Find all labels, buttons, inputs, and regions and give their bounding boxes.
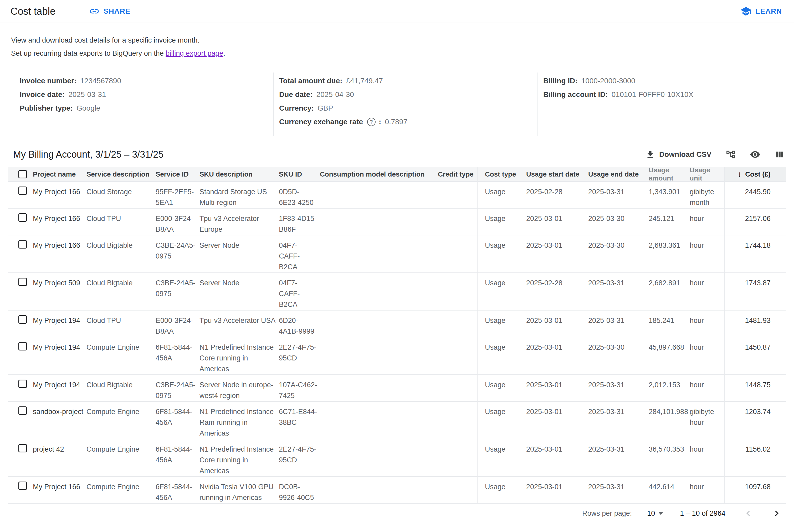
cell-service_id: C3BE-24A5-0975 bbox=[155, 235, 200, 272]
cell-project: My Project 166 bbox=[33, 235, 87, 272]
learn-button[interactable]: LEARN bbox=[740, 5, 782, 17]
cell-consumption bbox=[320, 273, 438, 310]
cell-start: 2025-03-01 bbox=[526, 402, 588, 439]
cell-start: 2025-03-01 bbox=[526, 477, 588, 503]
cell-service: Compute Engine bbox=[87, 337, 155, 374]
column-header-cost[interactable]: ↓Cost (£) bbox=[724, 167, 786, 181]
invoice-field-value: 0.7897 bbox=[385, 118, 407, 126]
cell-cost_type: Usage bbox=[477, 273, 526, 310]
column-settings-icon[interactable] bbox=[775, 150, 784, 159]
row-checkbox[interactable] bbox=[18, 481, 27, 490]
cell-sku_desc: Server Node bbox=[200, 273, 279, 310]
download-csv-button[interactable]: Download CSV bbox=[646, 150, 712, 159]
column-header-service_id[interactable]: Service ID bbox=[155, 167, 200, 181]
cell-credit bbox=[438, 310, 477, 337]
column-header-credit[interactable]: Credit type bbox=[438, 167, 477, 181]
visibility-icon[interactable] bbox=[750, 149, 760, 160]
link-icon bbox=[89, 6, 99, 17]
row-checkbox[interactable] bbox=[18, 406, 27, 415]
select-all-checkbox[interactable] bbox=[18, 170, 27, 178]
cell-credit bbox=[438, 209, 477, 235]
cell-service_id: E000-3F24-B8AA bbox=[155, 310, 200, 337]
column-header-cost_type[interactable]: Cost type bbox=[477, 167, 526, 181]
cell-cost: 1744.18 bbox=[724, 235, 786, 272]
column-header-sku_desc[interactable]: SKU description bbox=[200, 167, 279, 181]
row-select-cell bbox=[8, 182, 33, 208]
row-select-cell bbox=[8, 439, 33, 476]
cell-end: 2025-03-30 bbox=[588, 209, 649, 235]
column-header-unit[interactable]: Usage unit bbox=[690, 167, 724, 181]
cell-unit: hour bbox=[690, 273, 724, 310]
cell-unit: hour bbox=[690, 477, 724, 503]
pagination-range: 1 – 10 of 2964 bbox=[680, 509, 725, 517]
cell-sku_id: 6D20-4A1B-9999 bbox=[279, 310, 320, 337]
cell-cost: 1743.87 bbox=[724, 273, 786, 310]
row-checkbox[interactable] bbox=[18, 444, 27, 452]
cell-end: 2025-03-31 bbox=[588, 477, 649, 503]
cell-consumption bbox=[320, 310, 438, 337]
column-header-start[interactable]: Usage start date bbox=[526, 167, 588, 181]
cell-start: 2025-03-01 bbox=[526, 375, 588, 401]
cell-service: Cloud TPU bbox=[87, 310, 155, 337]
column-header-amount[interactable]: Usage amount bbox=[649, 167, 690, 181]
cell-amount: 185.241 bbox=[649, 310, 690, 337]
rows-per-page-select[interactable]: 10 bbox=[647, 509, 663, 517]
cell-project: project 42 bbox=[33, 439, 87, 476]
previous-page-button[interactable] bbox=[743, 508, 754, 519]
column-header-consumption[interactable]: Consumption model description bbox=[320, 167, 438, 181]
pagination-bar: Rows per page: 10 1 – 10 of 2964 bbox=[8, 504, 786, 523]
cell-sku_desc: Nvidia Tesla V100 GPU running in America… bbox=[200, 477, 279, 503]
cell-unit: hour bbox=[690, 375, 724, 401]
share-button[interactable]: SHARE bbox=[89, 6, 130, 17]
cell-cost_type: Usage bbox=[477, 182, 526, 208]
billing-export-link[interactable]: billing export page bbox=[166, 50, 223, 57]
cell-sku_desc: Tpu-v3 Accelerator USA bbox=[200, 310, 279, 337]
invoice-field: Publisher type:Google bbox=[20, 101, 273, 115]
cell-service: Compute Engine bbox=[87, 439, 155, 476]
cell-sku_desc: N1 Predefined Instance Core running in A… bbox=[200, 337, 279, 374]
column-header-service[interactable]: Service description bbox=[87, 167, 155, 181]
row-checkbox[interactable] bbox=[18, 278, 27, 286]
column-header-end[interactable]: Usage end date bbox=[588, 167, 649, 181]
row-checkbox[interactable] bbox=[18, 240, 27, 249]
rows-per-page-label: Rows per page: bbox=[582, 509, 632, 517]
cell-service_id: 6F81-5844-456A bbox=[155, 477, 200, 503]
cell-end: 2025-03-31 bbox=[588, 439, 649, 476]
row-checkbox[interactable] bbox=[18, 187, 27, 195]
cell-service: Compute Engine bbox=[87, 477, 155, 503]
group-tree-icon[interactable] bbox=[726, 150, 736, 159]
row-select-cell bbox=[8, 477, 33, 503]
cell-unit: hour bbox=[690, 337, 724, 374]
invoice-field-value: Google bbox=[76, 104, 100, 112]
cell-end: 2025-03-30 bbox=[588, 235, 649, 272]
column-header-sku_id[interactable]: SKU ID bbox=[279, 167, 320, 181]
cell-sku_id: 04F7-CAFF-B2CA bbox=[279, 235, 320, 272]
row-select-cell bbox=[8, 337, 33, 374]
invoice-field: Currency exchange rate?:0.7897 bbox=[279, 115, 537, 129]
table-row: My Project 509Cloud BigtableC3BE-24A5-09… bbox=[8, 273, 786, 310]
row-checkbox[interactable] bbox=[18, 315, 27, 324]
learn-button-label: LEARN bbox=[756, 7, 782, 16]
row-select-cell bbox=[8, 310, 33, 337]
cell-service_id: C3BE-24A5-0975 bbox=[155, 273, 200, 310]
table-section-header: My Billing Account, 3/1/25 – 3/31/25 Dow… bbox=[13, 148, 784, 161]
cell-amount: 284,101.988 bbox=[649, 402, 690, 439]
help-icon[interactable]: ? bbox=[367, 118, 375, 126]
cell-sku_desc: N1 Predefined Instance Core running in A… bbox=[200, 439, 279, 476]
cell-cost_type: Usage bbox=[477, 310, 526, 337]
row-checkbox[interactable] bbox=[18, 380, 27, 388]
sort-desc-icon: ↓ bbox=[738, 170, 741, 179]
cell-project: My Project 194 bbox=[33, 310, 87, 337]
row-checkbox[interactable] bbox=[18, 342, 27, 350]
table-row: My Project 166Cloud TPUE000-3F24-B8AATpu… bbox=[8, 209, 786, 235]
next-page-button[interactable] bbox=[771, 508, 782, 519]
row-checkbox[interactable] bbox=[18, 213, 27, 222]
select-all-cell bbox=[8, 167, 33, 181]
cell-service_id: 6F81-5844-456A bbox=[155, 337, 200, 374]
column-header-project[interactable]: Project name bbox=[33, 167, 87, 181]
download-csv-label: Download CSV bbox=[659, 150, 712, 159]
table-row: sandbox-projectCompute Engine6F81-5844-4… bbox=[8, 402, 786, 439]
invoice-field-value: GBP bbox=[317, 104, 333, 112]
cell-service: Cloud Bigtable bbox=[87, 235, 155, 272]
cell-sku_desc: Standard Storage US Multi-region bbox=[200, 182, 279, 208]
